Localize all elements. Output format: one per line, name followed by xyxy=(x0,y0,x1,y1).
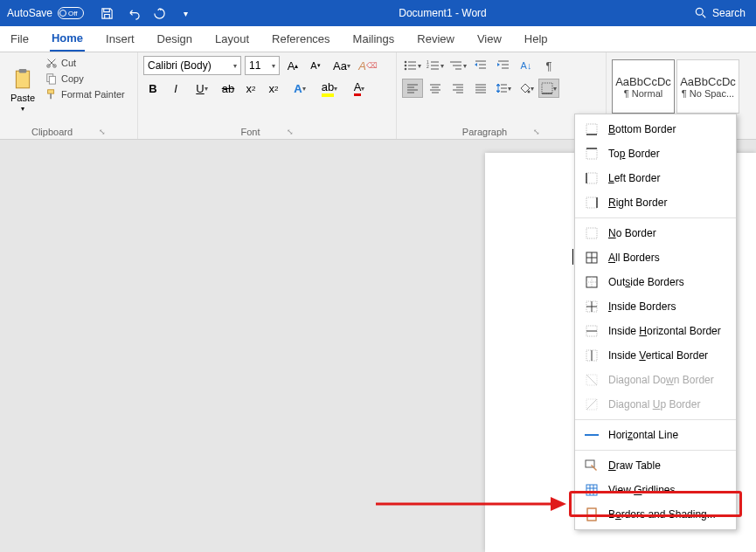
copy-button[interactable]: Copy xyxy=(44,72,127,86)
autosave-toggle[interactable]: AutoSave Off xyxy=(0,7,91,19)
right-border-icon xyxy=(584,195,600,210)
svg-rect-9 xyxy=(50,93,52,99)
svg-text:2: 2 xyxy=(427,64,429,69)
align-center-button[interactable] xyxy=(425,79,446,98)
font-family-select[interactable]: Calibri (Body)▾ xyxy=(143,56,241,75)
tab-file[interactable]: File xyxy=(9,27,31,51)
decrease-indent-button[interactable] xyxy=(470,56,491,75)
bullets-button[interactable]: ▾ xyxy=(402,56,423,75)
format-painter-label: Format Painter xyxy=(61,89,125,100)
tab-review[interactable]: Review xyxy=(415,27,456,51)
italic-button[interactable]: I xyxy=(166,79,185,98)
increase-indent-button[interactable] xyxy=(493,56,514,75)
svg-rect-85 xyxy=(587,508,596,521)
font-launcher-icon[interactable]: ⤡ xyxy=(287,128,294,136)
no-border-icon xyxy=(584,225,600,241)
menu-label: Inside Horizontal Border xyxy=(608,325,721,337)
paragraph-launcher-icon[interactable]: ⤡ xyxy=(533,128,540,136)
tab-design[interactable]: Design xyxy=(156,27,194,51)
strike-button[interactable]: ab xyxy=(218,79,238,98)
undo-icon[interactable] xyxy=(126,6,140,20)
bold-button[interactable]: B xyxy=(143,79,163,98)
search-label: Search xyxy=(712,7,746,19)
quick-access-toolbar: ▾ xyxy=(91,6,201,20)
group-label-font: Font xyxy=(240,127,260,137)
justify-button[interactable] xyxy=(470,79,491,98)
menu-outside-borders[interactable]: Outside Borders xyxy=(575,270,736,294)
font-size-select[interactable]: 11▾ xyxy=(245,56,280,75)
menu-label: Outside Borders xyxy=(608,276,684,288)
tab-view[interactable]: View xyxy=(475,27,503,51)
borders-button[interactable]: ▾ xyxy=(538,79,559,98)
menu-diag-down-border: Diagonal Down Border xyxy=(575,368,736,392)
menu-inside-borders[interactable]: Inside Borders xyxy=(575,294,736,319)
menu-inside-v-border[interactable]: Inside Vertical Border xyxy=(575,343,736,368)
cut-button[interactable]: Cut xyxy=(44,56,127,70)
tab-insert[interactable]: Insert xyxy=(104,27,136,51)
svg-point-10 xyxy=(405,61,407,64)
grow-font-button[interactable]: A▴ xyxy=(283,56,302,75)
menu-label: Top Border xyxy=(608,148,660,160)
borders-shading-icon xyxy=(584,507,600,522)
cut-label: Cut xyxy=(61,58,76,68)
highlight-button[interactable]: ab▾ xyxy=(316,79,343,98)
menu-no-border[interactable]: No Border xyxy=(575,221,736,245)
shading-button[interactable]: ▾ xyxy=(516,79,537,98)
menu-bottom-border[interactable]: Bottom Border xyxy=(575,117,736,141)
style-normal[interactable]: AaBbCcDc ¶ Normal xyxy=(612,59,675,114)
tab-help[interactable]: Help xyxy=(523,27,550,51)
change-case-button[interactable]: Aa▾ xyxy=(329,56,355,75)
numbering-button[interactable]: 12▾ xyxy=(425,56,446,75)
menu-left-border[interactable]: Left Border xyxy=(575,166,736,190)
style-no-spacing[interactable]: AaBbCcDc ¶ No Spac... xyxy=(676,59,739,114)
svg-point-0 xyxy=(696,8,703,15)
menu-top-border[interactable]: Top Border xyxy=(575,141,736,166)
search-button[interactable]: Search xyxy=(684,7,756,19)
align-left-button[interactable] xyxy=(402,79,423,98)
align-center-icon xyxy=(429,83,441,93)
toggle-off-icon: Off xyxy=(58,7,84,19)
menu-horizontal-line[interactable]: Horizontal Line xyxy=(575,423,736,447)
text-effects-button[interactable]: A▾ xyxy=(287,79,313,98)
underline-button[interactable]: U▾ xyxy=(189,79,215,98)
show-marks-button[interactable]: ¶ xyxy=(538,56,559,75)
menu-label: Horizontal Line xyxy=(608,429,678,441)
horizontal-line-icon xyxy=(584,427,600,443)
bottom-border-icon xyxy=(584,121,600,137)
subscript-button[interactable]: x2 xyxy=(241,79,260,98)
menu-borders-and-shading[interactable]: Borders and Shading... xyxy=(575,502,736,527)
menu-label: Borders and Shading... xyxy=(608,508,716,521)
multilevel-button[interactable]: ▾ xyxy=(447,56,468,75)
group-clipboard: Paste ▾ Cut Copy Format Painter Clipboar… xyxy=(0,52,138,139)
format-painter-button[interactable]: Format Painter xyxy=(44,87,127,101)
clear-format-button[interactable]: A⌫ xyxy=(358,56,378,75)
diag-down-border-icon xyxy=(584,372,600,388)
menu-label: Diagonal Up Border xyxy=(608,398,700,411)
copy-label: Copy xyxy=(61,73,84,84)
menu-draw-table[interactable]: Draw Table xyxy=(575,453,736,478)
redo-icon[interactable] xyxy=(152,6,166,20)
tab-layout[interactable]: Layout xyxy=(213,27,251,51)
tab-references[interactable]: References xyxy=(270,27,331,51)
sort-button[interactable]: A↓ xyxy=(516,56,537,75)
superscript-button[interactable]: x2 xyxy=(264,79,283,98)
menu-view-gridlines[interactable]: View Gridlines xyxy=(575,478,736,502)
save-icon[interactable] xyxy=(100,6,114,20)
qat-customize-icon[interactable]: ▾ xyxy=(178,6,192,20)
align-right-button[interactable] xyxy=(447,79,468,98)
shrink-font-button[interactable]: A▾ xyxy=(306,56,325,75)
menu-all-borders[interactable]: All Borders xyxy=(575,245,736,270)
tab-mailings[interactable]: Mailings xyxy=(351,27,397,51)
group-label-clipboard: Clipboard xyxy=(31,127,73,137)
paste-button[interactable]: Paste ▾ xyxy=(5,56,40,125)
tab-home[interactable]: Home xyxy=(50,26,85,52)
font-color-button[interactable]: A▾ xyxy=(346,79,372,98)
clipboard-launcher-icon[interactable]: ⤡ xyxy=(99,128,106,136)
menu-label: Draw Table xyxy=(608,459,661,472)
menu-inside-h-border[interactable]: Inside Horizontal Border xyxy=(575,319,736,343)
style-preview: AaBbCcDc xyxy=(615,75,671,88)
line-spacing-button[interactable]: ▾ xyxy=(493,79,514,98)
diag-up-border-icon xyxy=(584,397,600,412)
menu-right-border[interactable]: Right Border xyxy=(575,190,736,215)
font-size-value: 11 xyxy=(249,59,260,72)
